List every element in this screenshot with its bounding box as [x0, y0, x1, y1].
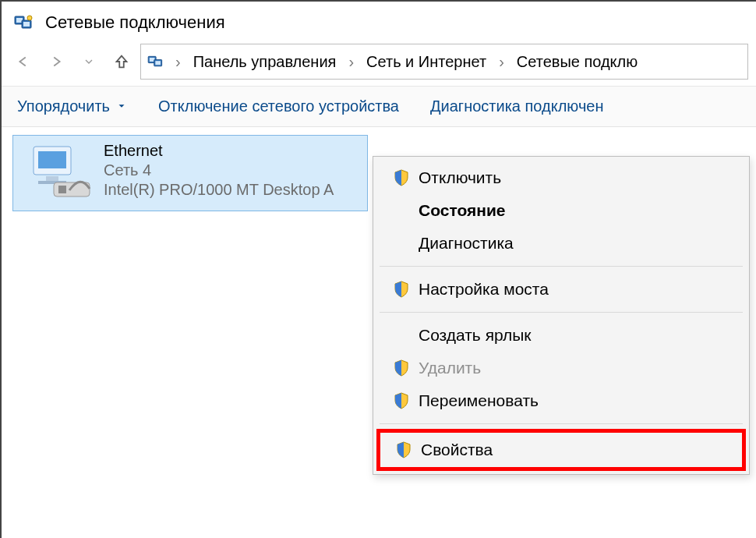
connection-name: Ethernet: [104, 142, 359, 160]
network-connections-icon: [14, 13, 36, 32]
navbar: › Панель управления › Сеть и Интернет › …: [2, 37, 756, 87]
address-breadcrumb[interactable]: › Панель управления › Сеть и Интернет › …: [140, 44, 748, 80]
menu-item-diagnostics[interactable]: Диагностика: [380, 227, 743, 260]
menu-item-label: Создать ярлык: [419, 326, 738, 345]
toolbar-organize-button[interactable]: Упорядочить: [17, 97, 127, 115]
shield-icon: [384, 281, 419, 298]
nav-forward-button[interactable]: [42, 48, 70, 76]
connection-item-ethernet[interactable]: Ethernet Сеть 4 Intel(R) PRO/1000 MT Des…: [12, 135, 368, 211]
menu-item-properties[interactable]: Свойства: [382, 434, 740, 466]
menu-item-label: Состояние: [419, 201, 738, 220]
shield-icon: [384, 392, 419, 409]
menu-item-label: Настройка моста: [419, 280, 738, 299]
breadcrumb-item-network-internet[interactable]: Сеть и Интернет: [363, 51, 489, 73]
breadcrumb-separator-icon: ›: [344, 53, 359, 71]
menu-item-label: Удалить: [419, 359, 738, 377]
breadcrumb-separator-icon: ›: [494, 53, 509, 71]
menu-item-label: Переименовать: [419, 391, 738, 410]
menu-item-disable[interactable]: Отключить: [380, 161, 743, 194]
connection-network: Сеть 4: [104, 161, 359, 179]
shield-icon: [387, 441, 421, 458]
connection-adapter-icon: [18, 142, 104, 204]
toolbar: Упорядочить Отключение сетевого устройст…: [2, 87, 756, 127]
breadcrumb-item-network-connections[interactable]: Сетевые подклю: [514, 51, 641, 73]
nav-up-button[interactable]: [108, 48, 136, 76]
shield-icon: [384, 169, 419, 186]
nav-recent-dropdown[interactable]: [75, 48, 103, 76]
menu-item-rename[interactable]: Переименовать: [380, 384, 743, 417]
menu-item-status[interactable]: Состояние: [380, 194, 743, 227]
svg-rect-10: [38, 151, 66, 168]
chevron-down-icon: [116, 97, 127, 115]
window-title: Сетевые подключения: [45, 12, 225, 33]
menu-item-bridge[interactable]: Настройка моста: [380, 273, 743, 306]
menu-item-create-shortcut[interactable]: Создать ярлык: [380, 319, 743, 352]
menu-separator: [380, 312, 743, 313]
breadcrumb-location-icon: [147, 54, 166, 69]
menu-item-label: Свойства: [421, 441, 736, 459]
context-menu: Отключить Состояние Диагностика Настройк…: [373, 156, 750, 475]
menu-item-delete: Удалить: [380, 352, 743, 384]
svg-rect-3: [23, 22, 30, 27]
toolbar-disable-device-button[interactable]: Отключение сетевого устройства: [158, 97, 399, 115]
window-network-connections: Сетевые подключения › Панель: [0, 0, 756, 538]
connection-device: Intel(R) PRO/1000 MT Desktop A: [104, 181, 359, 199]
menu-item-label: Отключить: [419, 168, 738, 187]
titlebar: Сетевые подключения: [2, 2, 756, 37]
svg-rect-8: [155, 61, 161, 65]
connection-text: Ethernet Сеть 4 Intel(R) PRO/1000 MT Des…: [104, 142, 359, 204]
toolbar-diagnose-button[interactable]: Диагностика подключен: [430, 97, 603, 115]
shield-icon: [384, 359, 419, 377]
breadcrumb-item-control-panel[interactable]: Панель управления: [190, 51, 340, 73]
highlight-annotation: Свойства: [376, 429, 746, 471]
svg-rect-11: [46, 176, 58, 181]
menu-separator: [380, 266, 743, 267]
breadcrumb-separator-icon: ›: [171, 53, 185, 71]
menu-item-label: Диагностика: [419, 234, 738, 253]
menu-separator: [380, 423, 743, 424]
svg-rect-14: [58, 186, 66, 193]
svg-point-4: [27, 16, 32, 20]
nav-back-button[interactable]: [9, 48, 37, 76]
toolbar-organize-label: Упорядочить: [17, 97, 110, 115]
